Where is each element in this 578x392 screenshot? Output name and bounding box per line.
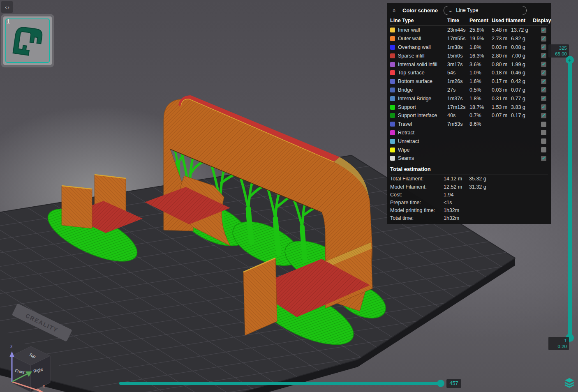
- step-slider-track[interactable]: [119, 382, 442, 385]
- viewport[interactable]: { "toolbar": { "collapse_glyph": "‹ ›" }…: [0, 0, 578, 392]
- line-type-time: 15m0s: [447, 53, 469, 59]
- display-checkbox[interactable]: ✓: [541, 36, 546, 42]
- color-scheme-dropdown-value: Line Type: [456, 7, 478, 13]
- total-label: Total Filament:: [390, 176, 444, 182]
- display-checkbox[interactable]: ✓: [541, 96, 546, 101]
- line-type-percent: 1.0%: [469, 70, 492, 76]
- sidebar-collapse-icon: ‹ ›: [5, 4, 9, 10]
- total-row: Cost:1.94: [390, 191, 548, 198]
- line-type-time: 17m55s: [447, 36, 469, 42]
- line-type-time: 7m53s: [447, 121, 469, 127]
- line-type-percent: 3.6%: [469, 62, 492, 67]
- plate-thumbnail[interactable]: 1: [3, 16, 52, 65]
- line-type-row: Support interface40s0.7%0.07 m0.17 g✓: [390, 111, 548, 120]
- line-type-percent: 8.6%: [469, 121, 492, 127]
- line-type-percent: 0.7%: [469, 113, 492, 118]
- header-line-type: Line Type: [390, 18, 447, 23]
- total-value-1: 1.94: [444, 192, 469, 198]
- chevron-down-icon: ⌄: [448, 8, 453, 13]
- line-type-row: Bottom surface1m26s1.6%0.17 m0.42 g✓: [390, 77, 548, 86]
- line-type-swatch: [390, 62, 395, 67]
- total-label: Total time:: [390, 215, 444, 221]
- line-type-row: Sparse infill15m0s16.3%2.80 m7.00 g✓: [390, 51, 548, 60]
- line-type-label: Bottom surface: [398, 78, 447, 84]
- line-type-percent: 18.7%: [469, 104, 492, 110]
- display-checkbox[interactable]: ✓: [541, 156, 546, 161]
- line-type-rows: Inner wall23m44s25.8%5.48 m13.72 g✓Outer…: [390, 26, 548, 163]
- line-type-swatch: [390, 88, 395, 92]
- step-slider-handle[interactable]: [437, 380, 444, 387]
- display-checkbox[interactable]: ✓: [541, 44, 546, 50]
- line-type-row: Support17m12s18.7%1.53 m3.83 g✓: [390, 103, 548, 111]
- display-checkbox[interactable]: ✓: [541, 87, 546, 92]
- display-checkbox[interactable]: [541, 130, 546, 135]
- display-checkbox[interactable]: [541, 138, 546, 144]
- display-checkbox[interactable]: ✓: [541, 113, 546, 118]
- line-type-percent: 1.8%: [469, 96, 492, 101]
- line-type-label: Overhang wall: [398, 44, 447, 50]
- line-type-panel: « Color scheme ⌄ Line Type Line Type Tim…: [387, 3, 551, 224]
- line-type-swatch: [390, 53, 395, 58]
- total-row: Model printing time:1h32m: [390, 207, 548, 214]
- layer-slider-top-handle[interactable]: +: [566, 56, 574, 64]
- line-type-table-header: Line Type Time Percent Used filament Dis…: [390, 16, 548, 25]
- line-type-length: 0.18 m: [492, 70, 511, 76]
- display-checkbox[interactable]: ✓: [541, 70, 546, 76]
- line-type-weight: 13.72 g: [511, 27, 533, 33]
- line-type-label: Retract: [398, 130, 447, 136]
- display-checkbox[interactable]: [541, 122, 546, 127]
- total-label: Model Filament:: [390, 184, 444, 190]
- line-type-weight: 0.42 g: [511, 78, 533, 84]
- display-checkbox[interactable]: ✓: [541, 62, 546, 67]
- layer-slider-track[interactable]: [568, 60, 572, 337]
- line-type-length: 2.80 m: [492, 53, 511, 59]
- display-checkbox[interactable]: ✓: [541, 53, 546, 58]
- display-checkbox[interactable]: [541, 147, 546, 152]
- line-type-row: Travel7m53s8.6%: [390, 120, 548, 129]
- view-cube[interactable]: Top Front Right z x: [2, 342, 88, 392]
- line-type-row: Outer wall17m55s19.5%2.73 m6.82 g✓: [390, 35, 548, 43]
- layer-slider-bottom-tag: 1 0.20: [548, 337, 569, 350]
- line-type-swatch: [390, 79, 395, 84]
- line-type-row: Overhang wall1m38s1.8%0.03 m0.08 g✓: [390, 43, 548, 52]
- display-checkbox[interactable]: ✓: [541, 28, 546, 33]
- line-type-label: Travel: [398, 121, 447, 127]
- line-type-percent: 0.5%: [469, 87, 492, 93]
- line-type-label: Top surface: [398, 70, 447, 76]
- line-type-swatch: [390, 105, 395, 110]
- line-type-row: Seams✓: [390, 154, 548, 163]
- display-checkbox[interactable]: ✓: [541, 104, 546, 110]
- line-type-label: Support: [398, 104, 447, 110]
- line-type-swatch: [390, 36, 395, 41]
- display-checkbox[interactable]: ✓: [541, 79, 546, 84]
- line-type-length: 0.07 m: [492, 113, 511, 118]
- total-row: Prepare time:<1s: [390, 198, 548, 206]
- plate-thumbnail-model: [7, 21, 48, 61]
- line-type-time: 54s: [447, 70, 469, 76]
- total-value-1: 14.12 m: [444, 176, 469, 182]
- line-type-label: Internal solid infill: [398, 62, 447, 67]
- line-type-label: Wipe: [398, 147, 447, 153]
- line-type-length: 0.03 m: [492, 87, 511, 93]
- line-type-time: 1m26s: [447, 78, 469, 84]
- layer-top-number: 325: [550, 45, 567, 51]
- line-type-label: Internal Bridge: [398, 96, 447, 101]
- line-type-weight: 0.08 g: [511, 44, 533, 50]
- step-slider-value-tag: 457: [446, 379, 461, 388]
- line-type-swatch: [390, 139, 395, 144]
- line-type-time: 40s: [447, 113, 469, 118]
- line-type-swatch: [390, 130, 395, 135]
- layers-icon[interactable]: [564, 378, 575, 388]
- line-type-weight: 0.77 g: [511, 96, 533, 101]
- line-type-label: Inner wall: [398, 27, 447, 33]
- line-type-percent: 25.8%: [469, 27, 492, 33]
- panel-collapse-icon[interactable]: «: [391, 6, 398, 14]
- total-value-1: 1h32m: [444, 215, 469, 221]
- header-percent: Percent: [469, 18, 492, 23]
- sidebar-collapse-button[interactable]: ‹ ›: [1, 1, 13, 13]
- panel-header: « Color scheme ⌄ Line Type: [390, 5, 548, 16]
- line-type-label: Bridge: [398, 87, 447, 93]
- axis-z-label: z: [10, 344, 13, 349]
- color-scheme-dropdown[interactable]: ⌄ Line Type: [444, 6, 527, 15]
- total-value-2: 35.32 g: [469, 176, 486, 182]
